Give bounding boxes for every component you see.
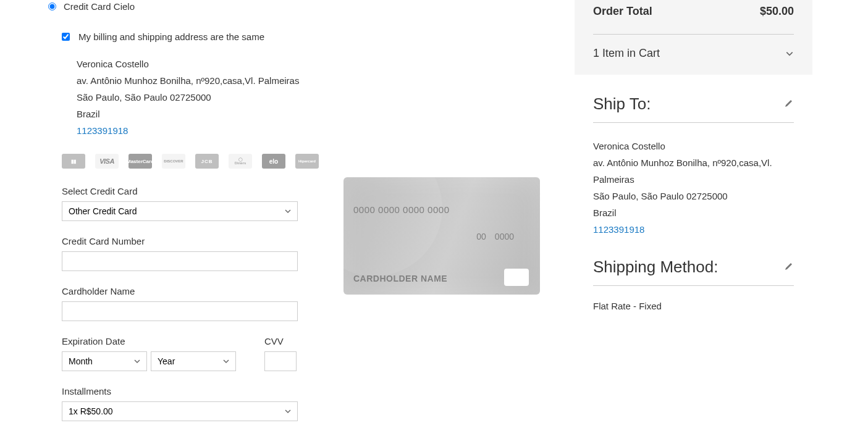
shipping-method-heading: Shipping Method: bbox=[593, 258, 718, 277]
ship-to-heading: Ship To: bbox=[593, 94, 651, 114]
edit-ship-to-button[interactable] bbox=[784, 98, 794, 110]
cart-items-label: 1 Item in Cart bbox=[593, 47, 660, 60]
card-preview-chip bbox=[504, 269, 529, 286]
order-summary-box: Order Total $50.00 1 Item in Cart bbox=[575, 0, 812, 75]
cardholder-input[interactable] bbox=[62, 301, 298, 321]
order-total-value: $50.00 bbox=[760, 5, 794, 18]
cc-number-label: Credit Card Number bbox=[62, 236, 298, 246]
ship-phone[interactable]: 1123391918 bbox=[593, 221, 794, 238]
billing-name: Veronica Costello bbox=[77, 56, 559, 72]
cardholder-label: Cardholder Name bbox=[62, 286, 298, 296]
installments-dropdown[interactable]: 1x R$50.00 bbox=[62, 401, 298, 421]
shipping-method-value: Flat Rate - Fixed bbox=[593, 286, 794, 311]
pencil-icon bbox=[784, 261, 794, 271]
card-preview-exp-mm: 00 bbox=[476, 232, 486, 241]
exp-year-dropdown[interactable]: Year bbox=[151, 351, 236, 371]
ship-street: av. Antônio Munhoz Bonilha, nº920,casa,V… bbox=[593, 154, 794, 188]
billing-country: Brazil bbox=[77, 106, 559, 122]
discover-icon: DISCOVER bbox=[162, 154, 185, 169]
order-total-label: Order Total bbox=[593, 5, 652, 18]
billing-phone[interactable]: 1123391918 bbox=[77, 122, 559, 139]
ship-name: Veronica Costello bbox=[593, 138, 794, 154]
card-preview-exp-yyyy: 0000 bbox=[495, 232, 514, 241]
hipercard-icon: Hipercard bbox=[295, 154, 319, 169]
ship-city: São Paulo, São Paulo 02725000 bbox=[593, 188, 794, 204]
ship-country: Brazil bbox=[593, 204, 794, 221]
billing-city: São Paulo, São Paulo 02725000 bbox=[77, 89, 559, 106]
elo-icon: elo bbox=[262, 154, 285, 169]
payment-method-label: Credit Card Cielo bbox=[64, 1, 135, 12]
cvv-label: CVV bbox=[264, 336, 297, 346]
edit-shipping-method-button[interactable] bbox=[784, 261, 794, 273]
amex-icon: ▮▮ bbox=[62, 154, 85, 169]
ship-to-address: Veronica Costello av. Antônio Munhoz Bon… bbox=[593, 123, 794, 238]
diners-icon: ◯Diners bbox=[229, 154, 252, 169]
select-card-dropdown[interactable]: Other Credit Card bbox=[62, 201, 298, 221]
exp-label: Expiration Date bbox=[62, 336, 236, 346]
pencil-icon bbox=[784, 98, 794, 108]
select-card-label: Select Credit Card bbox=[62, 186, 298, 196]
visa-icon: VISA bbox=[95, 154, 119, 169]
cvv-input[interactable] bbox=[264, 351, 297, 371]
card-preview-name: CARDHOLDER NAME bbox=[353, 274, 447, 283]
billing-address: Veronica Costello av. Antônio Munhoz Bon… bbox=[77, 56, 559, 139]
jcb-icon: JCB bbox=[195, 154, 219, 169]
card-preview-number: 0000 0000 0000 0000 bbox=[353, 204, 449, 215]
billing-same-label: My billing and shipping address are the … bbox=[78, 31, 264, 42]
mastercard-icon: MasterCard bbox=[129, 154, 152, 169]
card-brand-row: ▮▮ VISA MasterCard DISCOVER JCB ◯Diners … bbox=[62, 154, 559, 169]
installments-label: Installments bbox=[62, 386, 298, 396]
payment-method-radio[interactable] bbox=[48, 2, 56, 10]
cc-number-input[interactable] bbox=[62, 251, 298, 271]
exp-month-dropdown[interactable]: Month bbox=[62, 351, 147, 371]
billing-street: av. Antônio Munhoz Bonilha, nº920,casa,V… bbox=[77, 72, 559, 89]
chevron-down-icon bbox=[785, 49, 794, 58]
billing-same-checkbox[interactable] bbox=[62, 33, 70, 41]
cart-items-toggle[interactable]: 1 Item in Cart bbox=[593, 34, 794, 60]
card-preview: 0000 0000 0000 0000 00 0000 CARDHOLDER N… bbox=[343, 177, 540, 295]
